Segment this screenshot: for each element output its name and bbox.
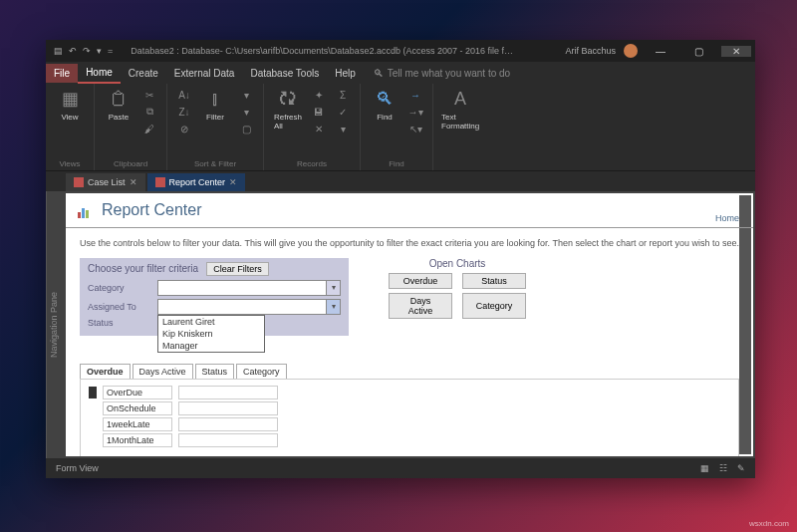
new-record-icon[interactable]: ✦ — [310, 87, 328, 103]
navigation-pane-toggle[interactable]: Navigation Pane — [46, 191, 64, 458]
chart-status-button[interactable]: Status — [462, 273, 526, 289]
category-combobox[interactable]: ▾ — [157, 280, 341, 296]
save-icon[interactable]: ▤ — [54, 46, 63, 56]
chevron-down-icon[interactable]: ▾ — [326, 281, 340, 295]
form-icon — [155, 177, 165, 187]
form-icon — [74, 177, 84, 187]
filter-header-label: Choose your filter criteria — [88, 263, 198, 274]
tell-me-search[interactable]: 🔍︎ Tell me what you want to do — [374, 68, 510, 79]
row-value-input[interactable] — [178, 386, 278, 399]
close-icon[interactable]: ✕ — [229, 177, 237, 187]
menu-file[interactable]: File — [46, 64, 78, 83]
tab-report-center-label: Report Center — [169, 177, 226, 187]
chart-category-button[interactable]: Category — [462, 293, 526, 319]
group-label-sortfilter: Sort & Filter — [175, 159, 255, 168]
sub-tab-category[interactable]: Category — [236, 364, 287, 379]
chevron-down-icon[interactable]: ▾ — [326, 300, 340, 314]
select-icon[interactable]: ↖▾ — [406, 121, 424, 136]
filter-section: Choose your filter criteria Clear Filter… — [80, 258, 739, 336]
titlebar: ▤ ↶ ↷ ▾ = Database2 : Database- C:\Users… — [46, 40, 755, 62]
row-label: OnSchedule — [103, 401, 172, 415]
view-button[interactable]: ▦ View — [54, 87, 86, 122]
row-value-input[interactable] — [178, 433, 278, 447]
sort-asc-icon[interactable]: A↓ — [175, 87, 193, 103]
delete-record-icon[interactable]: ✕ — [310, 121, 328, 136]
format-painter-icon[interactable]: 🖌︎ — [140, 121, 158, 136]
sort-desc-icon[interactable]: Z↓ — [175, 104, 193, 120]
avatar[interactable] — [624, 44, 638, 58]
menu-help[interactable]: Help — [327, 64, 364, 83]
save-record-icon[interactable]: 💾︎ — [310, 104, 328, 120]
undo-icon[interactable]: ↶ — [69, 46, 77, 56]
row-selector[interactable] — [89, 387, 97, 399]
chart-overdue-button[interactable]: Overdue — [389, 273, 452, 289]
tab-report-center[interactable]: Report Center ✕ — [147, 173, 246, 191]
clear-filters-button[interactable]: Clear Filters — [206, 262, 269, 276]
replace-icon[interactable]: → — [406, 87, 424, 103]
sub-tab-status[interactable]: Status — [195, 364, 235, 379]
dropdown-option[interactable]: Manager — [158, 340, 264, 352]
redo-icon[interactable]: ↷ — [83, 46, 91, 56]
instructions-text: Use the controls below to filter your da… — [80, 238, 739, 250]
selection-icon[interactable]: ▾ — [237, 87, 255, 103]
goto-icon[interactable]: →▾ — [406, 104, 424, 120]
dropdown-option[interactable]: Laurent Giret — [158, 316, 264, 328]
text-format-label: Text Formatting — [441, 113, 479, 131]
refresh-label: Refresh All — [274, 113, 302, 131]
find-label: Find — [377, 113, 393, 122]
grid-row: OverDue — [89, 386, 730, 399]
form-view-icon[interactable]: ▦ — [700, 463, 709, 473]
more-records-icon[interactable]: ▾ — [334, 121, 352, 136]
refresh-all-button[interactable]: 🗘 Refresh All — [272, 87, 304, 131]
row-value-input[interactable] — [178, 417, 278, 431]
chart-days-active-button[interactable]: Days Active — [389, 293, 452, 319]
ribbon: ▦ View Views 📋︎ Paste ✂︎ ⧉ 🖌︎ Clipboard — [46, 84, 755, 171]
row-value-input[interactable] — [178, 401, 278, 415]
refresh-icon: 🗘 — [276, 87, 300, 111]
menu-external-data[interactable]: External Data — [166, 64, 243, 83]
row-label: 1MonthLate — [103, 433, 172, 447]
ribbon-group-find: 🔍︎ Find → →▾ ↖▾ Find — [361, 84, 433, 170]
ribbon-group-sort-filter: A↓ Z↓ ⊘ ⫿ Filter ▾ ▾ ▢ Sort & Filter — [167, 84, 264, 170]
sub-tab-overdue[interactable]: Overdue — [80, 364, 131, 379]
find-button[interactable]: 🔍︎ Find — [369, 87, 400, 122]
close-icon[interactable]: ✕ — [130, 177, 137, 187]
remove-sort-icon[interactable]: ⊘ — [175, 121, 193, 136]
text-format-button[interactable]: A Text Formatting — [441, 87, 479, 131]
filter-button[interactable]: ⫿ Filter — [199, 87, 231, 122]
menubar: File Home Create External Data Database … — [46, 62, 755, 84]
datasheet-view-icon[interactable]: ☷ — [719, 463, 727, 473]
qat-more-icon[interactable]: ▾ — [97, 46, 102, 56]
view-label: View — [61, 113, 78, 122]
toggle-filter-icon[interactable]: ▢ — [237, 121, 255, 136]
group-label-find: Find — [369, 159, 424, 168]
menu-database-tools[interactable]: Database Tools — [242, 64, 327, 83]
cut-icon[interactable]: ✂︎ — [140, 87, 158, 103]
category-label: Category — [88, 283, 157, 293]
advanced-icon[interactable]: ▾ — [237, 104, 255, 120]
view-icon: ▦ — [58, 87, 82, 111]
menu-home[interactable]: Home — [78, 63, 121, 84]
open-charts-header: Open Charts — [389, 258, 526, 269]
open-charts-box: Open Charts Overdue Status Days Active C… — [389, 258, 526, 336]
tab-case-list[interactable]: Case List ✕ — [66, 173, 145, 191]
user-name[interactable]: Arif Bacchus — [565, 46, 616, 56]
tell-me-label: Tell me what you want to do — [388, 68, 510, 79]
minimize-button[interactable]: — — [646, 46, 675, 57]
copy-icon[interactable]: ⧉ — [140, 104, 158, 120]
filter-icon: ⫿ — [203, 87, 227, 111]
home-link[interactable]: Home — [715, 213, 739, 223]
layout-view-icon[interactable]: ✎ — [737, 463, 745, 473]
close-button[interactable]: ✕ — [721, 46, 751, 57]
user-area: Arif Bacchus — ▢ ✕ — [565, 44, 755, 58]
assigned-to-combobox[interactable]: ▾ — [157, 299, 341, 315]
menu-create[interactable]: Create — [121, 64, 166, 83]
paste-button[interactable]: 📋︎ Paste — [103, 87, 134, 122]
sub-tab-days-active[interactable]: Days Active — [133, 364, 193, 379]
group-label-records: Records — [272, 159, 352, 168]
spelling-icon[interactable]: ✓ — [334, 104, 352, 120]
quick-access-toolbar: ▤ ↶ ↷ ▾ = — [46, 46, 121, 56]
maximize-button[interactable]: ▢ — [683, 46, 713, 57]
totals-icon[interactable]: Σ — [334, 87, 352, 103]
dropdown-option[interactable]: Kip Kniskern — [158, 328, 264, 340]
